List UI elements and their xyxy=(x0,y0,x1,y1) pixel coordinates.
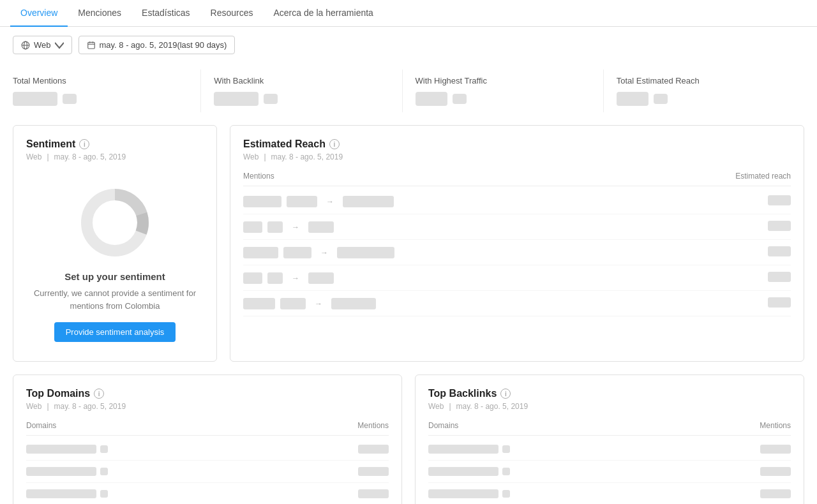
top-domains-info-icon[interactable]: i xyxy=(94,389,104,399)
table-row xyxy=(428,438,791,461)
top-domains-card: Top Domains i Web | may. 8 - ago. 5, 201… xyxy=(13,374,402,504)
er-mentions-bar2 xyxy=(283,247,311,258)
sentiment-chart-area: Set up your sentiment Currently, we cann… xyxy=(26,172,204,348)
top-backlinks-info-icon[interactable]: i xyxy=(500,389,511,399)
stat-with-highest-traffic-value xyxy=(416,92,447,106)
estimated-reach-row: → xyxy=(243,189,791,214)
globe-icon xyxy=(21,41,30,50)
stat-total-mentions: Total Mentions xyxy=(13,70,201,112)
estimated-reach-card: Estimated Reach i Web | may. 8 - ago. 5,… xyxy=(230,125,804,362)
er-mentions-bar2 xyxy=(280,298,306,309)
top-backlinks-subtitle: Web | may. 8 - ago. 5, 2019 xyxy=(428,402,791,411)
top-backlinks-title: Top Backlinks i xyxy=(428,388,791,399)
er-mentions-bar2 xyxy=(267,221,283,233)
er-arrow: → xyxy=(311,299,326,308)
er-reach-bar xyxy=(308,272,334,284)
bottom-cards-row: Top Domains i Web | may. 8 - ago. 5, 201… xyxy=(0,374,817,504)
top-domains-table-header: Domains Mentions xyxy=(26,421,389,436)
estimated-reach-row: → xyxy=(243,291,791,316)
mentions-skeleton xyxy=(760,445,791,454)
cards-row: Sentiment i Web | may. 8 - ago. 5, 2019 … xyxy=(0,125,817,374)
stat-with-backlink-sub xyxy=(264,94,278,104)
sentiment-setup-desc: Currently, we cannot provide a sentiment… xyxy=(26,287,204,312)
er-reach-value xyxy=(768,272,791,282)
sentiment-card-subtitle: Web | may. 8 - ago. 5, 2019 xyxy=(26,152,204,161)
toolbar: Web may. 8 - ago. 5, 2019(last 90 days) xyxy=(0,27,817,63)
mentions-skeleton xyxy=(760,467,791,476)
stat-with-highest-traffic: With Highest Traffic xyxy=(416,70,604,112)
er-reach-bar xyxy=(343,196,394,207)
stat-with-backlink-label: With Backlink xyxy=(214,76,389,85)
estimated-reach-table: Mentions Estimated reach → → → → → xyxy=(243,172,791,316)
tab-menciones[interactable]: Menciones xyxy=(68,0,131,27)
tab-estadisticas[interactable]: Estadísticas xyxy=(131,0,200,27)
er-reach-value xyxy=(768,195,791,205)
stat-with-highest-traffic-label: With Highest Traffic xyxy=(416,76,590,85)
chevron-down-icon xyxy=(55,41,64,50)
mentions-skeleton xyxy=(358,467,389,476)
stat-with-highest-traffic-sub xyxy=(453,94,467,104)
er-arrow: → xyxy=(322,197,338,206)
estimated-reach-card-title: Estimated Reach i xyxy=(243,138,791,150)
er-mentions-bar xyxy=(243,298,275,309)
estimated-reach-row: → xyxy=(243,240,791,265)
stat-total-estimated-reach-label: Total Estimated Reach xyxy=(617,76,791,85)
top-backlinks-card: Top Backlinks i Web | may. 8 - ago. 5, 2… xyxy=(415,374,804,504)
estimated-reach-row: → xyxy=(243,214,791,240)
er-reach-value xyxy=(768,221,791,231)
source-selector[interactable]: Web xyxy=(13,36,72,54)
date-picker[interactable]: may. 8 - ago. 5, 2019(last 90 days) xyxy=(79,36,236,54)
er-mentions-bar xyxy=(243,272,262,284)
date-label: may. 8 - ago. 5, 2019(last 90 days) xyxy=(100,40,227,50)
stat-total-estimated-reach-value xyxy=(617,92,648,106)
table-row xyxy=(428,483,791,504)
calendar-icon xyxy=(87,41,96,50)
stat-total-estimated-reach: Total Estimated Reach xyxy=(617,70,804,112)
mentions-skeleton xyxy=(358,489,389,498)
table-row xyxy=(26,438,389,461)
estimated-reach-row: → xyxy=(243,265,791,291)
stat-total-mentions-label: Total Mentions xyxy=(13,76,188,85)
svg-rect-3 xyxy=(87,42,94,48)
stats-row: Total Mentions With Backlink With Highes… xyxy=(0,63,817,125)
estimated-reach-info-icon[interactable]: i xyxy=(329,139,340,149)
er-reach-bar xyxy=(308,221,334,233)
er-mentions-bar2 xyxy=(287,196,317,207)
stat-with-backlink-value xyxy=(214,92,259,106)
er-mentions-bar xyxy=(243,196,281,207)
domain-skeleton xyxy=(428,467,498,476)
er-arrow: → xyxy=(317,248,332,257)
mentions-skeleton xyxy=(358,445,389,454)
domain-skeleton xyxy=(428,445,498,454)
top-domains-subtitle: Web | may. 8 - ago. 5, 2019 xyxy=(26,402,389,411)
table-row xyxy=(26,483,389,504)
tab-bar: Overview Menciones Estadísticas Resource… xyxy=(0,0,817,27)
stat-total-mentions-sub xyxy=(63,94,77,104)
provide-sentiment-button[interactable]: Provide sentiment analysis xyxy=(54,322,176,342)
er-mentions-bar2 xyxy=(267,272,283,284)
stat-total-mentions-value xyxy=(13,92,57,106)
domain-skeleton xyxy=(26,445,96,454)
er-mentions-bar xyxy=(243,221,262,233)
stat-total-estimated-reach-sub xyxy=(654,94,668,104)
er-reach-value xyxy=(768,297,791,308)
top-backlinks-table-header: Domains Mentions xyxy=(428,421,791,436)
er-mentions-bar xyxy=(243,247,278,258)
tab-resources[interactable]: Resources xyxy=(200,0,264,27)
tab-overview[interactable]: Overview xyxy=(10,0,68,27)
top-domains-title: Top Domains i xyxy=(26,388,389,399)
domain-skeleton xyxy=(26,489,96,498)
sentiment-setup-title: Set up your sentiment xyxy=(64,271,165,282)
table-row xyxy=(26,461,389,483)
tab-acerca[interactable]: Acerca de la herramienta xyxy=(263,0,383,27)
er-arrow: → xyxy=(288,223,303,232)
er-reach-value xyxy=(768,246,791,256)
er-reach-bar xyxy=(331,298,376,309)
sentiment-donut-chart xyxy=(77,184,153,261)
source-label: Web xyxy=(34,40,51,50)
er-reach-bar xyxy=(337,247,394,258)
mentions-skeleton xyxy=(760,489,791,498)
stat-with-backlink: With Backlink xyxy=(214,70,402,112)
sentiment-info-icon[interactable]: i xyxy=(79,139,89,149)
domain-skeleton xyxy=(26,467,96,476)
